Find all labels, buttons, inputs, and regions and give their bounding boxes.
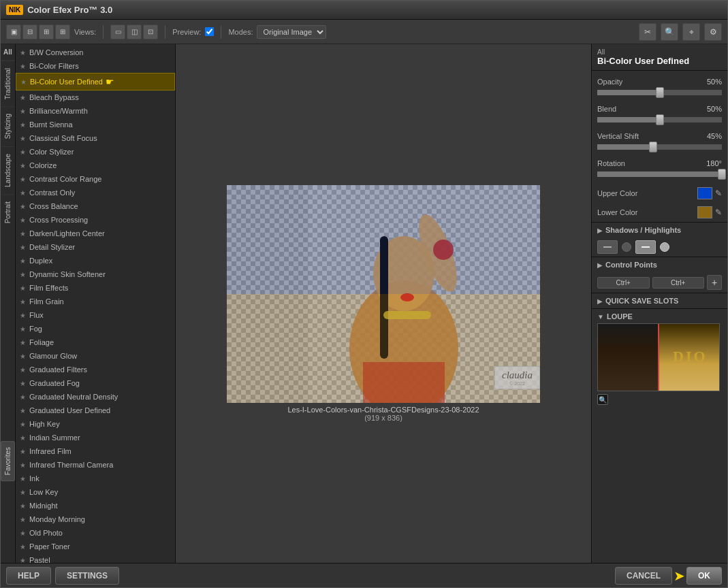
filter-star-low-key[interactable]: ★ [20, 489, 26, 496]
slider-handle-blend[interactable] [656, 114, 664, 125]
filter-star-darken-lighten-center[interactable]: ★ [20, 230, 26, 238]
slider-track-rotation[interactable] [597, 172, 722, 177]
filter-item-high-key[interactable]: ★ High Key [16, 417, 175, 431]
filter-star-high-key[interactable]: ★ [20, 421, 26, 428]
filter-star-pastel[interactable]: ★ [20, 557, 26, 564]
filter-item-indian-summer[interactable]: ★ Indian Summer [16, 431, 175, 444]
view-mode-btn1[interactable]: ▭ [110, 24, 125, 39]
filter-item-darken-lighten-center[interactable]: ★ Darken/Lighten Center [16, 227, 175, 240]
tab-landscape[interactable]: Landscape [1, 146, 14, 194]
sh-highlight-btn[interactable] [635, 240, 656, 254]
filter-item-color-stylizer[interactable]: ★ Color Stylizer [16, 145, 175, 159]
view-mode-btn3[interactable]: ⊡ [143, 24, 158, 39]
filter-item-film-grain[interactable]: ★ Film Grain [16, 295, 175, 308]
upper-color-edit-btn[interactable]: ✎ [715, 189, 722, 198]
filter-item-paper-toner[interactable]: ★ Paper Toner [16, 540, 175, 553]
filter-star-flux[interactable]: ★ [20, 312, 26, 319]
filter-item-burnt-sienna[interactable]: ★ Burnt Sienna [16, 118, 175, 131]
filter-item-detail-stylizer[interactable]: ★ Detail Stylizer [16, 240, 175, 254]
slider-track-blend[interactable] [597, 117, 722, 122]
filter-star-infrared-film[interactable]: ★ [20, 448, 26, 455]
filter-item-flux[interactable]: ★ Flux [16, 308, 175, 322]
upper-color-swatch[interactable] [697, 187, 712, 199]
filter-star-burnt-sienna[interactable]: ★ [20, 121, 26, 129]
filter-item-contrast-only[interactable]: ★ Contrast Only [16, 186, 175, 199]
filter-item-pastel[interactable]: ★ Pastel [16, 553, 175, 563]
filter-star-brilliance-warmth[interactable]: ★ [20, 108, 26, 115]
filter-item-bleach-bypass[interactable]: ★ Bleach Bypass [16, 91, 175, 104]
tab-portrait[interactable]: Portrait [1, 194, 14, 230]
cp-add-button[interactable]: + [707, 275, 722, 290]
filter-star-bleach-bypass[interactable]: ★ [20, 94, 26, 101]
filter-star-ink[interactable]: ★ [20, 475, 26, 483]
filter-item-graduated-neutral-density[interactable]: ★ Graduated Neutral Density [16, 390, 175, 404]
slider-track-vertical-shift[interactable] [597, 144, 722, 150]
slider-track-opacity[interactable] [597, 90, 722, 95]
filter-star-duplex[interactable]: ★ [20, 257, 26, 265]
crop-icon[interactable]: ✂ [639, 23, 656, 41]
slider-handle-vertical-shift[interactable] [649, 142, 657, 152]
filter-star-bw-conversion[interactable]: ★ [20, 49, 26, 56]
filter-item-bi-color-filters[interactable]: ★ Bi-Color Filters [16, 59, 175, 73]
filter-item-bw-conversion[interactable]: ★ B/W Conversion [16, 46, 175, 59]
filter-star-graduated-fog[interactable]: ★ [20, 380, 26, 387]
filter-star-infrared-thermal-camera[interactable]: ★ [20, 461, 26, 469]
lower-color-edit-btn[interactable]: ✎ [715, 208, 722, 217]
zoom-in-icon[interactable]: ⌖ [682, 23, 700, 41]
modes-select[interactable]: Original Image [257, 25, 326, 39]
ok-button[interactable]: OK [686, 567, 722, 585]
tab-stylizing[interactable]: Stylizing [1, 106, 14, 146]
filter-item-fog[interactable]: ★ Fog [16, 322, 175, 336]
loupe-zoom-button[interactable]: 🔍 [597, 394, 608, 405]
filter-star-colorize[interactable]: ★ [20, 162, 26, 169]
filter-item-infrared-thermal-camera[interactable]: ★ Infrared Thermal Camera [16, 458, 175, 472]
filter-item-ink[interactable]: ★ Ink [16, 472, 175, 485]
filter-star-film-effects[interactable]: ★ [20, 284, 26, 292]
filter-item-old-photo[interactable]: ★ Old Photo [16, 526, 175, 540]
filter-star-paper-toner[interactable]: ★ [20, 543, 26, 551]
filter-item-dynamic-skin-softener[interactable]: ★ Dynamic Skin Softener [16, 267, 175, 281]
filter-star-dynamic-skin-softener[interactable]: ★ [20, 271, 26, 278]
filter-star-classical-soft-focus[interactable]: ★ [20, 135, 26, 142]
filter-item-cross-balance[interactable]: ★ Cross Balance [16, 199, 175, 213]
loupe-header[interactable]: ▼ LOUPE [597, 312, 722, 321]
filter-item-foliage[interactable]: ★ Foliage [16, 336, 175, 349]
filter-star-foliage[interactable]: ★ [20, 339, 26, 346]
sh-shadow-dot[interactable] [622, 242, 631, 252]
cancel-button[interactable]: CANCEL [615, 567, 672, 585]
filter-star-old-photo[interactable]: ★ [20, 529, 26, 537]
sh-shadow-btn[interactable] [597, 240, 618, 254]
filter-item-infrared-film[interactable]: ★ Infrared Film [16, 444, 175, 458]
filter-item-graduated-user-defined[interactable]: ★ Graduated User Defined [16, 404, 175, 417]
filter-item-classical-soft-focus[interactable]: ★ Classical Soft Focus [16, 131, 175, 145]
filter-item-graduated-filters[interactable]: ★ Graduated Filters [16, 363, 175, 376]
settings-icon[interactable]: ⚙ [704, 23, 722, 41]
cp-button-2[interactable]: Ctrl+ [652, 277, 705, 289]
filter-star-cross-processing[interactable]: ★ [20, 216, 26, 224]
help-button[interactable]: HELP [6, 567, 51, 585]
preview-checkbox[interactable] [205, 27, 214, 36]
filter-star-monday-morning[interactable]: ★ [20, 516, 26, 523]
view-single-btn[interactable]: ▣ [6, 24, 21, 39]
filter-item-midnight[interactable]: ★ Midnight [16, 499, 175, 512]
filter-star-detail-stylizer[interactable]: ★ [20, 244, 26, 251]
lower-color-swatch[interactable] [697, 206, 712, 218]
filter-item-monday-morning[interactable]: ★ Monday Morning [16, 512, 175, 526]
filter-item-contrast-color-range[interactable]: ★ Contrast Color Range [16, 172, 175, 186]
filter-star-cross-balance[interactable]: ★ [20, 203, 26, 210]
quick-save-section[interactable]: ▶ QUICK SAVE SLOTS [592, 293, 727, 308]
filter-item-cross-processing[interactable]: ★ Cross Processing [16, 213, 175, 227]
view-grid-btn1[interactable]: ⊞ [39, 24, 54, 39]
filter-star-glamour-glow[interactable]: ★ [20, 353, 26, 360]
view-grid-btn2[interactable]: ⊞ [55, 24, 70, 39]
filter-star-graduated-neutral-density[interactable]: ★ [20, 393, 26, 401]
tab-traditional[interactable]: Traditional [1, 61, 14, 106]
filter-star-graduated-filters[interactable]: ★ [20, 366, 26, 374]
view-mode-btn2[interactable]: ◫ [127, 24, 142, 39]
filter-item-film-effects[interactable]: ★ Film Effects [16, 281, 175, 295]
filter-star-graduated-user-defined[interactable]: ★ [20, 407, 26, 414]
control-points-section[interactable]: ▶ Control Points [592, 257, 727, 272]
filter-item-low-key[interactable]: ★ Low Key [16, 485, 175, 499]
slider-handle-rotation[interactable] [718, 169, 726, 180]
filter-star-contrast-only[interactable]: ★ [20, 189, 26, 197]
